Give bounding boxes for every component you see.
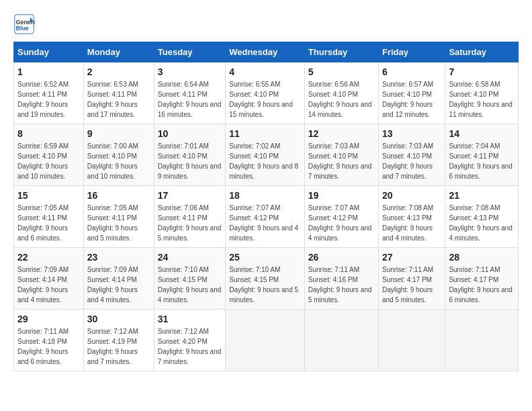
day-info: Sunrise: 6:53 AMSunset: 4:11 PMDaylight:… <box>87 79 150 120</box>
day-info: Sunrise: 7:11 AMSunset: 4:16 PMDaylight:… <box>308 265 375 305</box>
day-cell: 17Sunrise: 7:06 AMSunset: 4:11 PMDayligh… <box>154 186 225 248</box>
day-number: 21 <box>449 190 515 201</box>
day-cell: 12Sunrise: 7:03 AMSunset: 4:10 PMDayligh… <box>304 124 378 186</box>
day-cell: 30Sunrise: 7:12 AMSunset: 4:19 PMDayligh… <box>83 310 154 371</box>
day-number: 13 <box>382 128 441 139</box>
day-number: 25 <box>229 252 301 263</box>
day-number: 19 <box>308 190 375 201</box>
day-cell: 8Sunrise: 6:59 AMSunset: 4:10 PMDaylight… <box>14 124 84 186</box>
day-cell: 10Sunrise: 7:01 AMSunset: 4:10 PMDayligh… <box>154 124 225 186</box>
day-info: Sunrise: 6:55 AMSunset: 4:10 PMDaylight:… <box>229 79 301 120</box>
day-info: Sunrise: 7:11 AMSunset: 4:17 PMDaylight:… <box>449 265 515 305</box>
day-info: Sunrise: 7:08 AMSunset: 4:13 PMDaylight:… <box>382 203 441 243</box>
day-number: 23 <box>87 252 150 263</box>
svg-text:Blue: Blue <box>16 25 29 32</box>
day-cell: 13Sunrise: 7:03 AMSunset: 4:10 PMDayligh… <box>378 124 445 186</box>
day-cell: 27Sunrise: 7:11 AMSunset: 4:17 PMDayligh… <box>378 248 445 310</box>
logo-icon: General Blue <box>13 13 35 35</box>
day-cell: 31Sunrise: 7:12 AMSunset: 4:20 PMDayligh… <box>154 310 225 371</box>
column-header-thursday: Thursday <box>304 42 378 62</box>
day-info: Sunrise: 6:56 AMSunset: 4:10 PMDaylight:… <box>308 79 375 120</box>
day-number: 14 <box>449 128 515 139</box>
day-number: 29 <box>17 314 80 324</box>
column-header-wednesday: Wednesday <box>226 42 305 62</box>
day-number: 10 <box>158 128 222 139</box>
day-cell: 18Sunrise: 7:07 AMSunset: 4:12 PMDayligh… <box>226 186 305 248</box>
logo: General Blue <box>13 13 39 35</box>
day-info: Sunrise: 7:05 AMSunset: 4:11 PMDaylight:… <box>87 203 150 243</box>
day-info: Sunrise: 7:07 AMSunset: 4:12 PMDaylight:… <box>308 203 375 243</box>
day-info: Sunrise: 7:12 AMSunset: 4:20 PMDaylight:… <box>158 326 222 367</box>
header-row: SundayMondayTuesdayWednesdayThursdayFrid… <box>14 42 519 62</box>
day-info: Sunrise: 7:03 AMSunset: 4:10 PMDaylight:… <box>308 141 375 181</box>
column-header-tuesday: Tuesday <box>154 42 225 62</box>
day-number: 4 <box>229 66 301 77</box>
week-row-5: 29Sunrise: 7:11 AMSunset: 4:18 PMDayligh… <box>14 310 519 371</box>
day-cell <box>304 310 378 371</box>
day-cell: 1Sunrise: 6:52 AMSunset: 4:11 PMDaylight… <box>14 62 84 124</box>
day-info: Sunrise: 7:11 AMSunset: 4:18 PMDaylight:… <box>17 326 80 367</box>
day-cell: 11Sunrise: 7:02 AMSunset: 4:10 PMDayligh… <box>226 124 305 186</box>
week-row-3: 15Sunrise: 7:05 AMSunset: 4:11 PMDayligh… <box>14 186 519 248</box>
day-cell: 3Sunrise: 6:54 AMSunset: 4:11 PMDaylight… <box>154 62 225 124</box>
day-number: 31 <box>158 314 222 324</box>
day-info: Sunrise: 7:10 AMSunset: 4:15 PMDaylight:… <box>229 265 301 305</box>
day-cell: 5Sunrise: 6:56 AMSunset: 4:10 PMDaylight… <box>304 62 378 124</box>
day-cell: 22Sunrise: 7:09 AMSunset: 4:14 PMDayligh… <box>14 248 84 310</box>
column-header-monday: Monday <box>83 42 154 62</box>
day-info: Sunrise: 7:05 AMSunset: 4:11 PMDaylight:… <box>17 203 80 243</box>
day-number: 7 <box>449 66 515 77</box>
day-cell: 14Sunrise: 7:04 AMSunset: 4:11 PMDayligh… <box>445 124 519 186</box>
column-header-sunday: Sunday <box>14 42 84 62</box>
day-number: 18 <box>229 190 301 201</box>
day-cell: 20Sunrise: 7:08 AMSunset: 4:13 PMDayligh… <box>378 186 445 248</box>
day-cell: 15Sunrise: 7:05 AMSunset: 4:11 PMDayligh… <box>14 186 84 248</box>
day-number: 6 <box>382 66 441 77</box>
day-info: Sunrise: 6:59 AMSunset: 4:10 PMDaylight:… <box>17 141 80 181</box>
day-info: Sunrise: 7:07 AMSunset: 4:12 PMDaylight:… <box>229 203 301 243</box>
day-number: 8 <box>17 128 80 139</box>
day-cell: 23Sunrise: 7:09 AMSunset: 4:14 PMDayligh… <box>83 248 154 310</box>
day-number: 1 <box>17 66 80 77</box>
day-info: Sunrise: 6:54 AMSunset: 4:11 PMDaylight:… <box>158 79 222 120</box>
day-cell: 9Sunrise: 7:00 AMSunset: 4:10 PMDaylight… <box>83 124 154 186</box>
day-cell <box>445 310 519 371</box>
day-info: Sunrise: 7:01 AMSunset: 4:10 PMDaylight:… <box>158 141 222 181</box>
day-number: 24 <box>158 252 222 263</box>
day-info: Sunrise: 7:03 AMSunset: 4:10 PMDaylight:… <box>382 141 441 181</box>
day-number: 16 <box>87 190 150 201</box>
day-number: 26 <box>308 252 375 263</box>
day-cell: 2Sunrise: 6:53 AMSunset: 4:11 PMDaylight… <box>83 62 154 124</box>
day-cell: 19Sunrise: 7:07 AMSunset: 4:12 PMDayligh… <box>304 186 378 248</box>
day-info: Sunrise: 6:52 AMSunset: 4:11 PMDaylight:… <box>17 79 80 120</box>
day-info: Sunrise: 7:04 AMSunset: 4:11 PMDaylight:… <box>449 141 515 181</box>
day-number: 2 <box>87 66 150 77</box>
day-cell: 29Sunrise: 7:11 AMSunset: 4:18 PMDayligh… <box>14 310 84 371</box>
day-info: Sunrise: 7:10 AMSunset: 4:15 PMDaylight:… <box>158 265 222 305</box>
week-row-2: 8Sunrise: 6:59 AMSunset: 4:10 PMDaylight… <box>14 124 519 186</box>
day-cell: 26Sunrise: 7:11 AMSunset: 4:16 PMDayligh… <box>304 248 378 310</box>
day-info: Sunrise: 7:12 AMSunset: 4:19 PMDaylight:… <box>87 326 150 367</box>
day-info: Sunrise: 7:06 AMSunset: 4:11 PMDaylight:… <box>158 203 222 243</box>
calendar-body: 1Sunrise: 6:52 AMSunset: 4:11 PMDaylight… <box>14 62 519 371</box>
week-row-1: 1Sunrise: 6:52 AMSunset: 4:11 PMDaylight… <box>14 62 519 124</box>
day-number: 28 <box>449 252 515 263</box>
day-cell: 28Sunrise: 7:11 AMSunset: 4:17 PMDayligh… <box>445 248 519 310</box>
day-cell: 7Sunrise: 6:58 AMSunset: 4:10 PMDaylight… <box>445 62 519 124</box>
day-info: Sunrise: 7:00 AMSunset: 4:10 PMDaylight:… <box>87 141 150 181</box>
day-cell: 16Sunrise: 7:05 AMSunset: 4:11 PMDayligh… <box>83 186 154 248</box>
day-number: 9 <box>87 128 150 139</box>
day-info: Sunrise: 7:02 AMSunset: 4:10 PMDaylight:… <box>229 141 301 181</box>
day-cell: 4Sunrise: 6:55 AMSunset: 4:10 PMDaylight… <box>226 62 305 124</box>
week-row-4: 22Sunrise: 7:09 AMSunset: 4:14 PMDayligh… <box>14 248 519 310</box>
day-number: 30 <box>87 314 150 324</box>
day-info: Sunrise: 7:11 AMSunset: 4:17 PMDaylight:… <box>382 265 441 305</box>
calendar-table: SundayMondayTuesdayWednesdayThursdayFrid… <box>13 42 519 371</box>
day-number: 12 <box>308 128 375 139</box>
day-number: 22 <box>17 252 80 263</box>
column-header-friday: Friday <box>378 42 445 62</box>
calendar-header: SundayMondayTuesdayWednesdayThursdayFrid… <box>14 42 519 62</box>
day-cell <box>226 310 305 371</box>
day-cell: 24Sunrise: 7:10 AMSunset: 4:15 PMDayligh… <box>154 248 225 310</box>
day-cell: 21Sunrise: 7:08 AMSunset: 4:13 PMDayligh… <box>445 186 519 248</box>
